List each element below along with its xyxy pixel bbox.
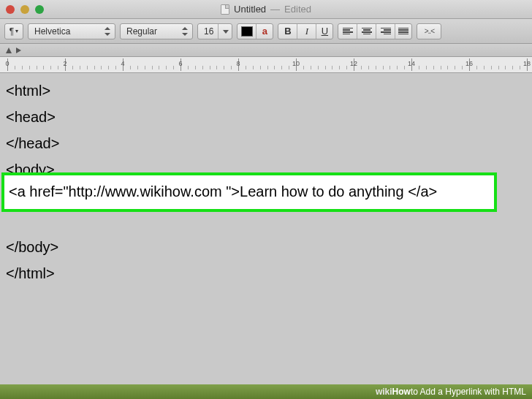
ruler-label: 10 xyxy=(292,60,300,67)
align-left-button[interactable] xyxy=(338,24,357,39)
indent-marker-icon[interactable] xyxy=(6,48,12,53)
brand-label: wikiHow xyxy=(376,387,411,397)
paragraph-icon: ¶ xyxy=(10,26,14,37)
align-justify-button[interactable] xyxy=(395,24,411,39)
code-line: <a href="http://www.wikihow.com ">Learn … xyxy=(7,180,491,203)
caption-bar: wikiHow to Add a Hyperlink with HTML xyxy=(0,384,532,399)
ruler-label: 0 xyxy=(5,60,9,67)
chevron-down-icon: ▾ xyxy=(15,28,18,34)
color-group: a xyxy=(237,23,273,39)
align-center-icon xyxy=(362,28,372,35)
stepper-icon xyxy=(104,28,110,34)
ruler-label: 12 xyxy=(350,60,357,67)
text-color-icon: a xyxy=(262,26,267,37)
ruler-label: 14 xyxy=(408,60,415,67)
font-size-field[interactable]: 16 xyxy=(197,23,232,39)
align-left-icon xyxy=(343,28,353,35)
code-line: <head> xyxy=(4,104,528,130)
chevron-down-icon xyxy=(223,28,229,34)
close-icon[interactable] xyxy=(6,5,15,14)
text-editor[interactable]: <html> <head> </head> <body> <a href="ht… xyxy=(0,73,532,384)
font-family-select[interactable]: Helvetica xyxy=(28,23,115,39)
code-line: </body> xyxy=(4,234,528,260)
ruler-ticks: 024681012141618 xyxy=(4,57,532,72)
ruler-label: 6 xyxy=(178,60,182,67)
toolbar-overflow-button[interactable]: >..< xyxy=(417,23,441,39)
ruler-label: 18 xyxy=(523,60,531,67)
toolbar: ¶ ▾ Helvetica Regular 16 a B I U xyxy=(0,19,532,44)
font-weight-value: Regular xyxy=(126,26,157,37)
overflow-icon: >..< xyxy=(425,27,434,35)
italic-button[interactable]: I xyxy=(297,24,316,39)
ruler-label: 4 xyxy=(121,60,124,67)
caption-text: to Add a Hyperlink with HTML xyxy=(411,387,526,397)
stepper-icon xyxy=(182,28,188,34)
code-line: </head> xyxy=(4,130,528,156)
zoom-icon[interactable] xyxy=(35,5,44,14)
tab-stop-row[interactable] xyxy=(0,44,532,57)
align-center-button[interactable] xyxy=(357,24,376,39)
font-family-value: Helvetica xyxy=(34,26,70,37)
code-line: </html> xyxy=(4,260,528,286)
ruler-label: 8 xyxy=(236,60,240,67)
document-status-sep: — xyxy=(270,4,280,15)
underline-button[interactable]: U xyxy=(316,24,332,39)
text-color-button[interactable] xyxy=(238,24,256,39)
align-justify-icon xyxy=(398,28,408,35)
titlebar: Untitled — Edited xyxy=(0,0,532,19)
window-controls xyxy=(6,5,44,14)
highlight-color-button[interactable]: a xyxy=(256,24,273,39)
align-right-icon xyxy=(381,28,391,35)
ruler[interactable]: 024681012141618 xyxy=(0,57,532,73)
document-name: Untitled xyxy=(234,4,266,15)
window-title: Untitled — Edited xyxy=(221,4,311,15)
app-window: Untitled — Edited ¶ ▾ Helvetica Regular … xyxy=(0,0,532,399)
document-icon xyxy=(221,4,229,15)
align-group xyxy=(338,23,412,39)
code-line: <html> xyxy=(4,77,528,104)
font-size-value: 16 xyxy=(204,26,213,37)
bold-button[interactable]: B xyxy=(278,24,297,39)
document-status: Edited xyxy=(284,4,311,15)
play-marker-icon[interactable] xyxy=(16,48,21,53)
ruler-label: 16 xyxy=(466,60,473,67)
paragraph-style-button[interactable]: ¶ ▾ xyxy=(4,23,23,39)
minimize-icon[interactable] xyxy=(20,5,29,14)
color-swatch-icon xyxy=(241,26,253,37)
ruler-label: 2 xyxy=(63,60,66,67)
style-group: B I U xyxy=(278,23,333,39)
align-right-button[interactable] xyxy=(376,24,395,39)
highlighted-line: <a href="http://www.wikihow.com ">Learn … xyxy=(1,172,497,212)
font-weight-select[interactable]: Regular xyxy=(120,23,193,39)
